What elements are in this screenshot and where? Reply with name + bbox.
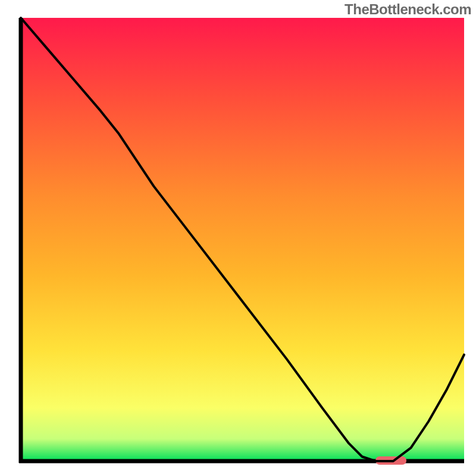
bottleneck-chart [0, 0, 476, 476]
gradient-background [21, 18, 464, 461]
chart-container: TheBottleneck.com [0, 0, 476, 476]
